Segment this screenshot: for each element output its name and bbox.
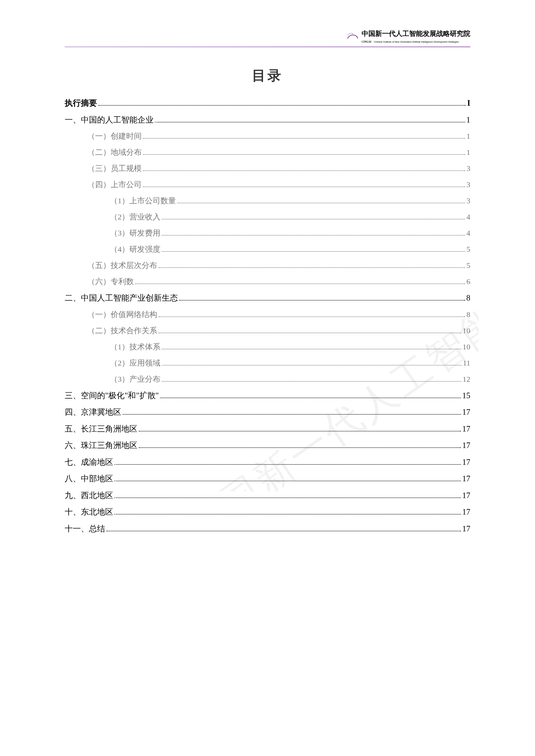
toc-entry-label: 一、中国的人工智能企业: [65, 114, 154, 126]
toc-leader-dots: [155, 122, 465, 122]
toc-entry-label: （2）营业收入: [110, 211, 160, 223]
toc-leader-dots: [106, 531, 461, 531]
org-name-chinese: 中国新一代人工智能发展战略研究院: [362, 29, 470, 38]
toc-entry: （二）地域分布1: [87, 147, 470, 158]
toc-entry-page: 5: [466, 259, 470, 271]
org-abbreviation: CINGAI: [362, 40, 371, 43]
org-name-block: 中国新一代人工智能发展战略研究院 CINGAI Chinese Institut…: [362, 29, 470, 44]
toc-entry: （1）技术体系10: [110, 341, 470, 353]
toc-leader-dots: [162, 235, 465, 236]
toc-leader-dots: [139, 447, 461, 448]
toc-entry: （五）技术层次分布5: [87, 259, 470, 271]
toc-entry-label: 八、中部地区: [65, 472, 113, 485]
toc-entry-page: 17: [462, 506, 470, 518]
toc-entry: 九、西北地区17: [65, 489, 470, 501]
toc-entry-label: （3）产业分布: [110, 373, 160, 385]
toc-entry: 一、中国的人工智能企业1: [65, 114, 470, 126]
toc-entry: （六）专利数6: [87, 276, 470, 287]
toc-leader-dots: [143, 186, 465, 187]
toc-entry-page: 17: [462, 456, 470, 468]
toc-entry: 六、珠江三角洲地区17: [65, 439, 470, 451]
toc-entry-page: 17: [462, 439, 470, 451]
toc-entry: （三）员工规模3: [87, 163, 470, 174]
toc-entry-page: 17: [462, 472, 470, 485]
org-name-english-line: CINGAI Chinese Institute of New Generati…: [362, 38, 470, 44]
toc-entry: 执行摘要I: [65, 97, 470, 109]
toc-leader-dots: [160, 397, 461, 398]
toc-entry: 十一、总结17: [65, 523, 470, 535]
toc-leader-dots: [158, 333, 461, 333]
toc-leader-dots: [162, 381, 461, 382]
toc-entry-label: 十、东北地区: [65, 506, 113, 518]
org-logo-icon: [346, 32, 359, 41]
table-of-contents: 执行摘要I一、中国的人工智能企业1（一）创建时间1（二）地域分布1（三）员工规模…: [65, 97, 470, 535]
toc-entry-page: 12: [463, 373, 470, 385]
toc-entry-page: 10: [463, 341, 470, 353]
toc-entry-label: （1）上市公司数量: [110, 195, 176, 206]
toc-leader-dots: [135, 284, 465, 284]
toc-entry-label: 五、长江三角洲地区: [65, 423, 137, 435]
toc-leader-dots: [143, 170, 465, 171]
toc-leader-dots: [139, 431, 461, 431]
toc-entry-page: 8: [466, 309, 470, 320]
toc-leader-dots: [115, 481, 461, 481]
toc-entry-label: （1）技术体系: [110, 341, 160, 353]
toc-leader-dots: [162, 365, 462, 365]
toc-entry-label: 执行摘要: [65, 97, 97, 109]
toc-entry-page: 15: [462, 390, 470, 402]
toc-entry: （4）研发强度5: [110, 243, 470, 255]
toc-entry: （一）创建时间1: [87, 130, 470, 142]
toc-entry-page: 11: [463, 357, 470, 369]
toc-title: 目录: [65, 67, 470, 85]
toc-entry-page: 17: [462, 406, 470, 418]
toc-entry-label: 六、珠江三角洲地区: [65, 439, 137, 451]
toc-entry-label: （一）创建时间: [87, 130, 142, 142]
toc-entry: （四）上市公司3: [87, 179, 470, 190]
header-divider: [65, 46, 470, 47]
toc-entry-page: I: [467, 97, 470, 109]
toc-entry-page: 1: [466, 130, 470, 142]
toc-entry-page: 3: [466, 163, 470, 174]
toc-entry-page: 1: [466, 114, 471, 126]
toc-entry-label: （2）应用领域: [110, 357, 160, 369]
toc-entry-label: （二）地域分布: [87, 147, 142, 158]
toc-entry-label: 三、空间的"极化"和"扩散": [65, 390, 159, 402]
toc-entry-label: （3）研发费用: [110, 227, 160, 239]
toc-entry-page: 5: [466, 243, 470, 255]
toc-entry-page: 1: [466, 147, 470, 158]
toc-entry-page: 6: [466, 276, 470, 287]
toc-leader-dots: [158, 267, 465, 268]
toc-entry-label: 九、西北地区: [65, 489, 113, 501]
document-page: 中国新一代人工智能发展战略研究院 CINGAI Chinese Institut…: [0, 0, 535, 571]
toc-entry-page: 3: [466, 179, 470, 190]
toc-leader-dots: [115, 464, 461, 465]
svg-point-3: [352, 33, 353, 34]
toc-leader-dots: [143, 138, 465, 139]
toc-entry-label: （一）价值网络结构: [87, 309, 157, 320]
toc-leader-dots: [177, 202, 465, 203]
toc-entry: （2）营业收入4: [110, 211, 470, 223]
toc-entry: 四、京津冀地区17: [65, 406, 470, 418]
toc-leader-dots: [162, 251, 465, 252]
toc-entry-page: 8: [466, 292, 471, 304]
toc-entry-page: 3: [466, 195, 470, 206]
toc-entry-page: 17: [462, 423, 470, 435]
toc-entry-label: （四）上市公司: [87, 179, 142, 190]
toc-leader-dots: [115, 514, 461, 515]
svg-point-2: [351, 33, 351, 34]
toc-entry-page: 4: [466, 211, 470, 223]
toc-leader-dots: [162, 349, 461, 349]
toc-leader-dots: [123, 414, 461, 415]
toc-entry-label: （二）技术合作关系: [87, 325, 157, 337]
toc-leader-dots: [115, 498, 461, 498]
toc-entry-label: （五）技术层次分布: [87, 259, 157, 271]
toc-leader-dots: [158, 316, 465, 317]
toc-leader-dots: [98, 105, 466, 106]
toc-entry: （2）应用领域11: [110, 357, 470, 369]
toc-entry-page: 4: [466, 227, 470, 239]
toc-entry-page: 10: [463, 325, 470, 337]
toc-entry-page: 17: [462, 489, 470, 501]
toc-entry-label: （三）员工规模: [87, 163, 142, 174]
toc-entry-label: （4）研发强度: [110, 243, 160, 255]
toc-entry: 五、长江三角洲地区17: [65, 423, 470, 435]
